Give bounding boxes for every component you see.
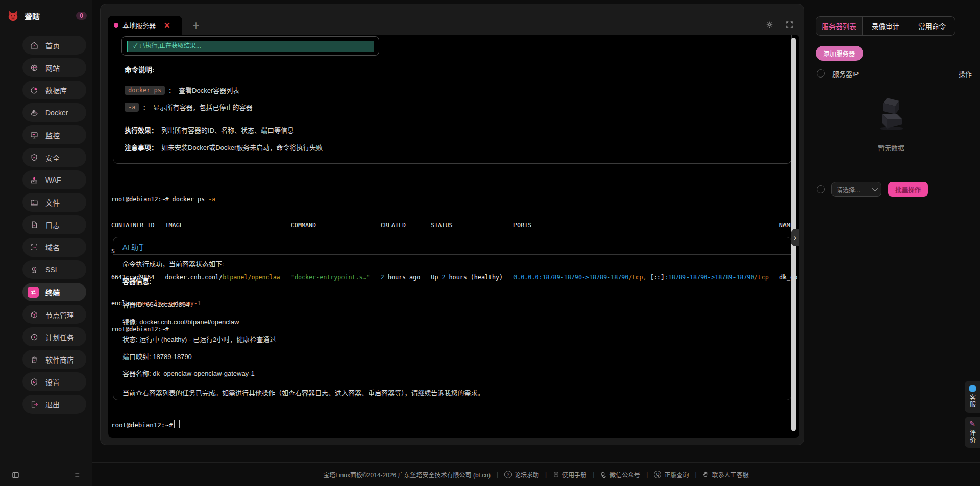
tab-common-commands[interactable]: 常用命令 xyxy=(909,17,955,35)
tab-close-icon[interactable]: ✕ xyxy=(164,21,170,30)
rightbar-tabs: 服务器列表 录像审计 常用命令 xyxy=(816,16,955,36)
docker-whale-icon xyxy=(29,108,39,117)
terminal-panel: 本地服务器 ✕ + ✓ 已执行,正在获取结果... 命令说明: xyxy=(100,4,804,445)
sidebar-item-label: 首页 xyxy=(45,40,60,50)
customer-service-widget[interactable]: 客服 xyxy=(965,381,980,413)
tab-recording-audit[interactable]: 录像审计 xyxy=(862,17,909,35)
sidebar-item-label: 网站 xyxy=(45,63,60,73)
column-action: 操作 xyxy=(959,69,972,79)
panel-actions xyxy=(765,20,794,29)
sidebar-footer xyxy=(11,471,81,479)
sidebar-item-label: 日志 xyxy=(45,220,60,230)
settings-hex-icon xyxy=(29,377,39,387)
check-icon: ✓ xyxy=(133,42,137,49)
empty-text: 暂无数据 xyxy=(813,143,970,152)
footer-link-license[interactable]: Q 正版查询 xyxy=(654,470,689,479)
terminal-arrows-icon xyxy=(28,287,39,298)
sidebar-item-appstore[interactable]: 软件商店 xyxy=(22,350,86,369)
exec-toast-box: ✓ 已执行,正在获取结果... xyxy=(121,36,379,56)
footer-link-wechat[interactable]: 微信公众号 xyxy=(600,470,640,479)
ai-paragraph: 当前查看容器列表的任务已完成。如需进行其他操作（如查看容器日志、进入容器、重启容… xyxy=(122,388,484,397)
notification-badge[interactable]: 0 xyxy=(76,12,87,20)
fullscreen-icon[interactable] xyxy=(785,20,794,29)
sidebar-item-label: WAF xyxy=(45,176,61,184)
sidebar-item-label: SSL xyxy=(45,266,59,274)
batch-action-select[interactable]: 请选择... xyxy=(831,182,881,197)
sidebar-item-logout[interactable]: 退出 xyxy=(22,395,86,414)
ai-assistant-title: AI 助手 xyxy=(122,242,145,252)
batch-operate-button[interactable]: 批量操作 xyxy=(888,182,928,197)
batch-select-checkbox[interactable] xyxy=(817,185,825,193)
globe-icon xyxy=(29,63,39,72)
tab-local-server[interactable]: 本地服务器 ✕ xyxy=(108,16,182,35)
ai-paragraph: 容器名称: dk_openclaw-openclaw-gateway-1 xyxy=(122,368,255,378)
sidebar-item-home[interactable]: 首页 xyxy=(22,36,86,55)
select-all-checkbox[interactable] xyxy=(817,69,825,78)
footer-link-forum[interactable]: ? 论坛求助 xyxy=(504,470,539,479)
logo-text: 聋瞎 xyxy=(24,11,40,21)
server-table-header: 服务器IP 操作 xyxy=(817,67,972,80)
sidebar: 聋瞎 0 首页 网站 数据库 xyxy=(0,0,92,486)
cube-icon xyxy=(29,310,39,319)
hand-icon xyxy=(703,471,709,478)
sidebar-item-waf[interactable]: WAF xyxy=(22,170,86,189)
terminal-settings-gear-icon[interactable] xyxy=(765,20,774,29)
effect-row: 执行效果： 列出所有容器的ID、名称、状态、端口等信息 xyxy=(125,125,294,135)
floating-widgets: 客服 ✎ 评价 xyxy=(965,381,980,448)
sidebar-item-label: 域名 xyxy=(45,242,60,252)
sidebar-item-ssl[interactable]: SSL xyxy=(22,260,86,279)
panel-expand-chevron-icon[interactable]: › xyxy=(791,229,799,246)
home-icon xyxy=(29,40,39,50)
sidebar-item-label: 设置 xyxy=(45,377,60,387)
terminal-line-command: root@debian12:~# docker ps -a xyxy=(111,195,797,204)
footer-link-manual[interactable]: 使用手册 xyxy=(553,470,586,479)
add-server-button[interactable]: 添加服务器 xyxy=(816,46,863,61)
sidebar-nav: 首页 网站 数据库 Docker xyxy=(22,36,86,417)
pencil-icon: ✎ xyxy=(969,420,975,427)
sidebar-item-nodes[interactable]: 节点管理 xyxy=(22,305,86,324)
sidebar-item-terminal[interactable]: 终端 xyxy=(22,283,86,301)
server-list-panel: 服务器列表 录像审计 常用命令 添加服务器 服务器IP 操作 暂无数据 xyxy=(813,0,980,462)
terminal-prompt-line[interactable]: root@debian12:~# xyxy=(111,420,180,429)
sidebar-item-settings[interactable]: 设置 xyxy=(22,372,86,391)
sidebar-item-cron[interactable]: 计划任务 xyxy=(22,327,86,346)
terminal-screen[interactable]: ✓ 已执行,正在获取结果... 命令说明: docker ps ： 查看Dock… xyxy=(108,35,799,438)
sidebar-item-label: 软件商店 xyxy=(45,354,74,365)
pig-logo-icon xyxy=(6,9,20,23)
footer-link-support[interactable]: 联系人工客服 xyxy=(703,470,749,479)
add-tab-button[interactable]: + xyxy=(188,19,204,33)
collapse-sidebar-icon[interactable] xyxy=(11,471,20,479)
tab-server-list[interactable]: 服务器列表 xyxy=(816,17,862,35)
pie-chart-icon xyxy=(29,85,39,95)
feedback-widget[interactable]: ✎ 评价 xyxy=(965,417,980,448)
file-text-icon xyxy=(29,220,39,229)
ai-assistant-card: AI 助手 命令执行成功，当前容器状态如下: 容器信息: 容器ID: 6641c… xyxy=(113,237,792,400)
sidebar-item-docker[interactable]: Docker xyxy=(22,103,86,122)
sidebar-item-logs[interactable]: 日志 xyxy=(22,215,86,234)
terminal-cursor xyxy=(174,420,180,428)
headset-icon xyxy=(969,385,976,392)
folder-icon xyxy=(29,197,39,207)
empty-state: 暂无数据 xyxy=(813,97,970,152)
list-menu-icon[interactable] xyxy=(72,471,81,479)
tab-label: 本地服务器 xyxy=(122,20,156,30)
sidebar-item-domains[interactable]: 域名 xyxy=(22,238,86,257)
tab-status-dot xyxy=(114,23,118,28)
column-server-ip: 服务器IP xyxy=(832,69,859,79)
ai-paragraph: 端口映射: 18789-18790 xyxy=(122,351,192,361)
sidebar-item-security[interactable]: 安全 xyxy=(22,148,86,167)
sidebar-item-label: 终端 xyxy=(45,287,60,297)
sidebar-item-label: 监控 xyxy=(45,130,60,140)
ai-paragraph: 镜像: docker.cnb.cool/btpanel/openclaw xyxy=(122,317,239,326)
sidebar-item-files[interactable]: 文件 xyxy=(22,193,86,212)
ai-paragraph: 容器信息: xyxy=(122,276,151,286)
sidebar-item-label: Docker xyxy=(45,109,68,117)
code-chip: -a xyxy=(125,103,139,112)
bt-panel-app: 聋瞎 0 首页 网站 数据库 xyxy=(0,0,980,486)
sidebar-item-database[interactable]: 数据库 xyxy=(22,81,86,99)
firewall-icon xyxy=(29,175,39,185)
sidebar-item-websites[interactable]: 网站 xyxy=(22,58,86,77)
ssl-medal-icon xyxy=(29,265,39,274)
command-explain-row: docker ps ： 查看Docker容器列表 xyxy=(125,85,239,95)
sidebar-item-monitor[interactable]: 监控 xyxy=(22,125,86,144)
